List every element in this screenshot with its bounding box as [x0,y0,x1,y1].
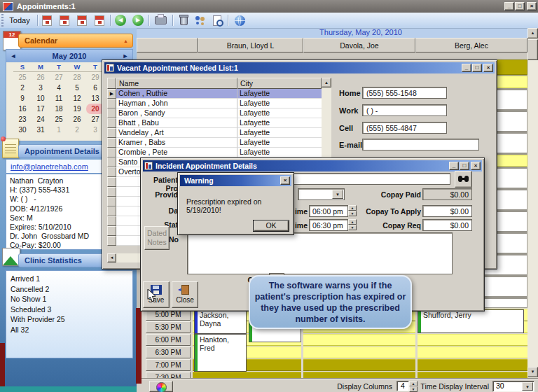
print-button[interactable] [152,13,169,27]
dropdown-arrow-icon[interactable]: ▼ [522,382,533,391]
find-appointment-button[interactable] [209,13,225,27]
back-button[interactable]: ◀ [113,13,128,27]
calendar-day[interactable]: 25 [13,72,32,83]
work-phone-field[interactable]: ( ) - [362,104,447,116]
maximize-button[interactable]: □ [472,64,482,72]
end-time-field[interactable]: 06:30 pm [309,219,348,231]
display-columns-field[interactable]: 4 [396,381,409,391]
maximize-button[interactable]: □ [515,2,525,10]
minimize-button[interactable]: _ [462,64,471,72]
calendar-day[interactable]: 26 [68,114,86,125]
end-time-spinner[interactable]: ▲ ▼ [348,219,357,230]
calendar-day[interactable]: 4 [50,83,68,93]
schedule-slot-cell[interactable] [418,346,527,358]
scroll-up-icon[interactable]: ▲ [527,28,538,38]
scrollbar-thumb[interactable] [527,39,538,60]
calendar-day[interactable]: 19 [68,104,86,114]
calendar-day[interactable]: 26 [32,72,50,83]
spinner-up-icon[interactable]: ▲ [348,205,357,211]
close-button[interactable]: × [527,2,537,10]
minimize-button[interactable]: _ [449,162,459,170]
calendar-day[interactable]: 18 [50,104,68,114]
table-row[interactable]: Bhatt , BabuLafayette [107,118,322,128]
calendar-day[interactable]: 17 [32,104,50,114]
schedule-slot-cell[interactable] [418,334,527,346]
calendar-day[interactable]: 24 [32,114,50,125]
maximize-button[interactable]: □ [460,162,469,170]
table-row[interactable]: Baron , SandyLafayette [107,108,322,118]
calendar-day[interactable]: 10 [32,93,50,104]
copay-apply-field[interactable]: $0.00 [422,205,472,217]
name-column-header[interactable]: Name [116,78,237,89]
prev-month-icon[interactable]: ◄ [6,52,20,59]
appointment-cell[interactable]: Hankton, Fred [194,334,247,372]
toolbar-grip[interactable] [1,14,4,27]
next-month-icon[interactable]: ► [118,52,132,59]
week-view-button[interactable] [57,13,72,27]
home-phone-field[interactable]: (555) 555-1548 [362,87,447,99]
calendar-day[interactable]: 2 [68,125,86,135]
calendar-day[interactable]: 11 [50,93,68,104]
close-button[interactable]: × [280,176,290,185]
schedule-slot-cell[interactable] [303,346,415,358]
calendar-day[interactable]: 27 [50,72,68,83]
table-row[interactable]: Crombie , PeteLafayette [107,148,322,158]
spinner-up-icon[interactable]: ▲ [348,219,357,225]
work-week-view-button[interactable] [74,13,90,27]
cell-phone-field[interactable]: (555) 555-4847 [362,122,447,134]
calendar-day[interactable]: 2 [13,83,32,93]
table-row[interactable]: Kramer , BabsLafayette [107,138,322,148]
spinner-down-icon[interactable]: ▼ [409,386,418,392]
schedule-scrollbar[interactable]: ▲ ▼ [527,28,538,379]
provider-dropdown[interactable]: ▼ [298,188,345,200]
calendar-day[interactable]: 16 [13,104,32,114]
calendar-day[interactable]: 31 [32,125,50,135]
collapse-arrow-icon[interactable]: ▲ [123,38,128,43]
calendar-panel-header[interactable]: Calendar ▲ [18,34,133,48]
calendar-day[interactable]: 25 [50,114,68,125]
table-row[interactable]: Hayman , JohnLafayette [107,99,322,108]
start-time-field[interactable]: 06:00 pm [309,205,348,217]
schedule-slot-cell[interactable] [418,359,527,371]
spinner-down-icon[interactable]: ▼ [348,211,357,216]
email-field[interactable] [362,139,479,150]
forward-button[interactable]: ▶ [130,13,146,27]
calendar-day[interactable]: 1 [50,125,68,135]
vacant-window-titlebar[interactable]: Vacant Appointment Needed List:1 _ □ × [104,62,495,74]
warning-titlebar[interactable]: Warning × [180,175,291,186]
calendar-day[interactable]: 3 [32,83,50,93]
day-view-button[interactable] [39,13,55,27]
time-interval-dropdown[interactable]: 30 ▼ [492,381,534,392]
schedule-slot-cell[interactable] [303,359,415,371]
appointment-cell[interactable]: Jackson, Dayna [194,309,247,334]
appointment-cell[interactable]: Shufford, Jerry [418,309,524,333]
calendar-day[interactable]: 5 [68,83,86,93]
copay-req-field[interactable]: $0.00 [422,219,472,231]
calendar-day[interactable]: 30 [13,125,32,135]
web-button[interactable] [231,13,248,27]
scroll-up-icon[interactable]: ▲ [322,78,331,88]
scroll-left-icon[interactable]: ◄ [107,253,116,262]
schedule-slot-cell[interactable] [303,334,415,346]
search-patient-button[interactable] [455,171,472,188]
color-legend-button[interactable] [149,381,173,392]
calendar-day[interactable]: 9 [13,93,32,104]
patients-button[interactable] [193,13,208,27]
city-column-header[interactable]: City [237,78,322,89]
month-view-button[interactable] [92,13,107,27]
close-appointment-button[interactable]: Close [172,281,198,308]
provider-column-header[interactable]: Davola, Joe [303,38,415,52]
minimize-button[interactable]: _ [504,2,514,10]
today-button[interactable]: Today [4,13,35,27]
ok-button[interactable]: OK [253,220,289,232]
start-time-spinner[interactable]: ▲ ▼ [348,205,357,216]
spinner-up-icon[interactable]: ▲ [409,381,418,386]
close-button[interactable]: × [471,162,481,170]
scroll-down-icon[interactable]: ▼ [527,367,538,377]
delete-button[interactable] [176,13,191,27]
table-row[interactable]: Vandelay , ArtLafayette [107,128,322,138]
display-columns-spinner[interactable]: ▲ ▼ [409,381,418,392]
provider-column-header[interactable]: Braun, Lloyd L [198,38,303,52]
close-button[interactable]: × [483,64,493,72]
calendar-day[interactable]: 23 [13,114,32,125]
